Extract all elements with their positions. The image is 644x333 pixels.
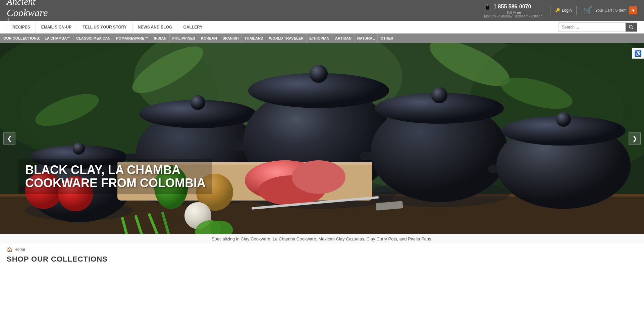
phone-number: 📱 1 855 586-0070 [484, 3, 543, 10]
nav-item-recipes[interactable]: RECIPES [7, 21, 36, 34]
svg-point-30 [191, 95, 205, 110]
collection-item-indian[interactable]: INDIAN [151, 34, 169, 43]
cart-icon: 🛒 [583, 6, 592, 15]
collections-bar: OUR COLLECTIONS: LA CHAMBA™ CLASSIC MEXI… [0, 34, 644, 43]
nav-item-gallery[interactable]: GALLERY [178, 21, 208, 34]
phone-section: 📱 1 855 586-0070 Toll-Free Monday - Satu… [484, 3, 543, 18]
nav-item-news-blog[interactable]: NEWS AND BLOG [132, 21, 178, 34]
login-button[interactable]: 🔑 Login [550, 6, 577, 15]
collection-item-thailand[interactable]: THAILAND [241, 34, 266, 43]
hero-slider: BLACK CLAY, LA CHAMBA COOKWARE FROM COLO… [0, 43, 644, 234]
collection-item-classic-mexican[interactable]: CLASSIC MEXICAN [73, 34, 113, 43]
search-button[interactable] [626, 22, 637, 32]
svg-point-0 [629, 25, 632, 28]
site-header: Ancient Cookware® 📱 1 855 586-0070 Toll-… [0, 0, 644, 21]
cart-label: Your Cart : 0 Item [595, 8, 627, 13]
bottom-section: 🏠 Home SHOP OUR COLLECTIONS [0, 243, 644, 264]
collection-item-korean[interactable]: KOREAN [198, 34, 220, 43]
toll-free-label: Toll-Free [484, 10, 543, 14]
svg-line-1 [632, 28, 633, 29]
breadcrumb: 🏠 Home [7, 247, 637, 252]
phone-icon: 📱 [484, 3, 491, 10]
accessibility-button[interactable]: ♿ [632, 48, 644, 59]
collection-item-world-traveler[interactable]: WORLD TRAVELER [266, 34, 306, 43]
specializing-text: Specializing in Clay Cookware, La Chamba… [0, 234, 644, 243]
breadcrumb-home[interactable]: Home [14, 247, 25, 252]
collection-item-la-chamba[interactable]: LA CHAMBA™ [42, 34, 73, 43]
hero-title-line1: BLACK CLAY, LA CHAMBA [25, 163, 206, 177]
collection-item-philippines[interactable]: PHILIPPINES [169, 34, 198, 43]
svg-point-72 [292, 160, 345, 194]
collection-item-artisan[interactable]: ARTISAN [332, 34, 354, 43]
collection-item-spanish[interactable]: SPANISH [220, 34, 241, 43]
collection-item-pomaireware[interactable]: POMAIREWARE™ [113, 34, 151, 43]
svg-point-55 [556, 112, 571, 127]
search-input[interactable] [558, 23, 626, 31]
search-icon [629, 25, 634, 30]
svg-point-48 [431, 87, 447, 103]
accessibility-icon: ♿ [634, 50, 642, 57]
collection-item-natural[interactable]: NATURAL [354, 34, 377, 43]
logo-line1: Ancient [7, 0, 48, 7]
cart-section[interactable]: 🛒 Your Cart : 0 Item ▼ [583, 6, 637, 15]
search-box[interactable] [558, 22, 637, 32]
cart-badge[interactable]: ▼ [629, 6, 637, 14]
header-right: 📱 1 855 586-0070 Toll-Free Monday - Satu… [484, 3, 637, 18]
hero-pots-svg [0, 43, 644, 234]
hours-label: Monday - Saturday: 10:00 am - 6:00 pm [484, 14, 543, 18]
key-icon: 🔑 [555, 8, 560, 13]
slider-prev-button[interactable]: ❮ [3, 132, 15, 145]
nav-item-email-signup[interactable]: EMAIL SIGN-UP [36, 21, 77, 34]
collection-item-other[interactable]: OTHER [377, 34, 396, 43]
nav-item-tell-story[interactable]: TELL US YOUR STORY [77, 21, 132, 34]
nav-bar: RECIPES EMAIL SIGN-UP TELL US YOUR STORY… [0, 21, 644, 34]
shop-collections-heading: SHOP OUR COLLECTIONS [7, 255, 637, 264]
svg-point-39 [310, 65, 328, 83]
home-icon: 🏠 [7, 247, 12, 252]
slider-next-button[interactable]: ❯ [629, 132, 641, 145]
hero-text-overlay: BLACK CLAY, LA CHAMBA COOKWARE FROM COLO… [18, 159, 212, 194]
hero-title-line2: COOKWARE FROM COLOMBIA [25, 176, 206, 190]
collections-label: OUR COLLECTIONS: [3, 36, 40, 40]
collection-item-ethiopian[interactable]: ETHIOPIAN [306, 34, 332, 43]
svg-point-21 [73, 143, 85, 155]
cart-dropdown-icon: ▼ [631, 8, 636, 13]
